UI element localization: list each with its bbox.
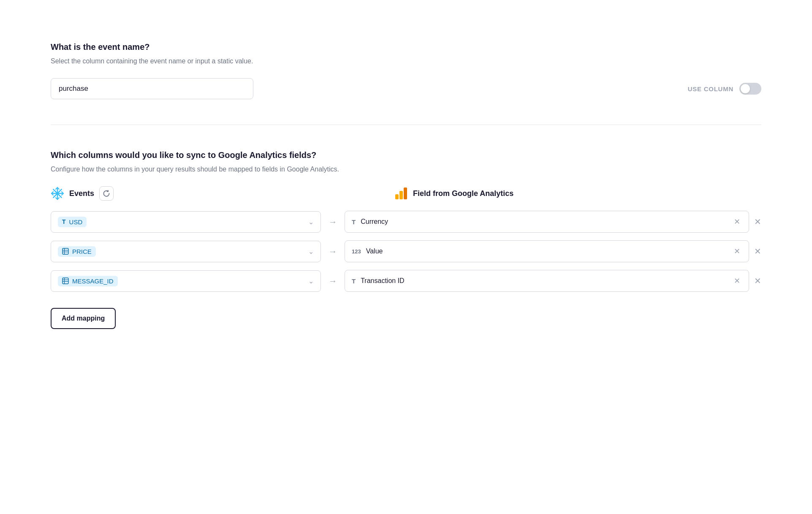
use-column-label: USE COLUMN	[688, 85, 733, 92]
message-id-dropdown[interactable]: MESSAGE_ID ⌄	[51, 270, 321, 292]
usd-value: USD	[69, 218, 83, 226]
message-id-table-icon	[62, 277, 69, 284]
svg-rect-15	[62, 248, 68, 254]
transaction-id-type-icon: T	[352, 277, 356, 285]
arrow-icon-1: →	[329, 217, 337, 227]
message-id-tag: MESSAGE_ID	[58, 276, 118, 286]
ga-icon	[394, 187, 408, 200]
section-divider	[51, 125, 761, 125]
refresh-button[interactable]	[99, 186, 114, 201]
svg-rect-19	[62, 278, 68, 284]
mapping-row: PRICE ⌄ → 123 Value ✕ ✕	[51, 240, 761, 262]
currency-field-name: Currency	[361, 218, 727, 226]
mapping-right-currency: T Currency ✕ ✕	[345, 211, 761, 233]
refresh-icon	[103, 190, 110, 197]
columns-header: Events Field from Google Analytics	[51, 186, 761, 201]
transaction-id-clear-button[interactable]: ✕	[732, 275, 742, 286]
price-tag: PRICE	[58, 246, 96, 257]
currency-type-icon: T	[352, 218, 356, 226]
svg-rect-12	[395, 194, 399, 199]
price-dropdown[interactable]: PRICE ⌄	[51, 241, 321, 262]
usd-type-icon: T	[62, 218, 66, 225]
usd-tag: T USD	[58, 217, 87, 227]
add-mapping-button[interactable]: Add mapping	[51, 308, 116, 329]
price-table-icon	[62, 248, 69, 255]
toggle-track[interactable]	[739, 83, 761, 95]
transaction-id-field-box: T Transaction ID ✕	[345, 270, 749, 292]
use-column-toggle[interactable]	[739, 83, 761, 95]
transaction-id-field-name: Transaction ID	[361, 277, 727, 285]
columns-section: Which columns would you like to sync to …	[51, 133, 761, 346]
snowflake-icon	[51, 187, 64, 200]
message-id-chevron-icon: ⌄	[308, 277, 314, 285]
currency-remove-button[interactable]: ✕	[754, 217, 761, 227]
mapping-row: MESSAGE_ID ⌄ → T Transaction ID ✕ ✕	[51, 270, 761, 292]
event-name-section: What is the event name? Select the colum…	[51, 25, 761, 116]
event-name-subtitle: Select the column containing the event n…	[51, 56, 761, 66]
currency-field-box: T Currency ✕	[345, 211, 749, 233]
value-field-box: 123 Value ✕	[345, 240, 749, 262]
price-chevron-icon: ⌄	[308, 247, 314, 256]
mapping-right-value: 123 Value ✕ ✕	[345, 240, 761, 262]
value-clear-button[interactable]: ✕	[732, 246, 742, 257]
value-type-icon: 123	[352, 248, 361, 255]
toggle-thumb	[741, 84, 750, 93]
mapping-left-message-id: MESSAGE_ID ⌄	[51, 270, 321, 292]
columns-subtitle: Configure how the columns in your query …	[51, 164, 761, 174]
ga-label: Field from Google Analytics	[413, 189, 513, 198]
usd-dropdown[interactable]: T USD ⌄	[51, 211, 321, 233]
arrow-icon-2: →	[329, 247, 337, 256]
usd-chevron-icon: ⌄	[308, 218, 314, 226]
mapping-row: T USD ⌄ → T Currency ✕ ✕	[51, 211, 761, 233]
mapping-left-price: PRICE ⌄	[51, 241, 321, 262]
currency-clear-button[interactable]: ✕	[732, 216, 742, 227]
event-name-title: What is the event name?	[51, 42, 761, 52]
events-label: Events	[69, 189, 94, 198]
event-name-row: USE COLUMN	[51, 78, 761, 99]
price-value: PRICE	[72, 248, 92, 255]
event-name-input[interactable]	[51, 78, 253, 99]
value-field-name: Value	[366, 247, 727, 255]
ga-header: Field from Google Analytics	[394, 187, 761, 200]
transaction-id-remove-button[interactable]: ✕	[754, 276, 761, 286]
columns-title: Which columns would you like to sync to …	[51, 150, 761, 160]
events-header: Events	[51, 186, 321, 201]
use-column-group: USE COLUMN	[688, 83, 761, 95]
svg-rect-14	[404, 188, 407, 199]
value-remove-button[interactable]: ✕	[754, 246, 761, 256]
mapping-left-usd: T USD ⌄	[51, 211, 321, 233]
mapping-right-transaction-id: T Transaction ID ✕ ✕	[345, 270, 761, 292]
arrow-icon-3: →	[329, 276, 337, 286]
message-id-value: MESSAGE_ID	[72, 277, 114, 285]
svg-rect-13	[399, 191, 403, 199]
